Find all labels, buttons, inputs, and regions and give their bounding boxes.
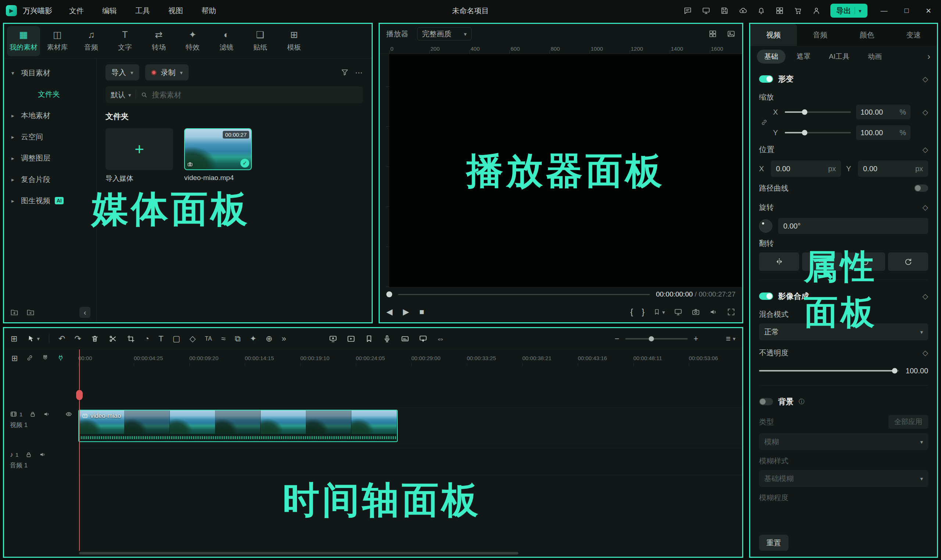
- zoom-in-button[interactable]: +: [694, 335, 698, 343]
- scale-x-slider[interactable]: [785, 111, 851, 113]
- menu-edit[interactable]: 编辑: [94, 0, 125, 21]
- sidebar-item-cloud-space[interactable]: ▸ 云空间: [4, 126, 96, 147]
- stop-button[interactable]: ■: [419, 308, 424, 316]
- subtab-ai-tools[interactable]: AI工具: [822, 49, 857, 63]
- sidebar-item-compound-clip[interactable]: ▸ 复合片段: [4, 169, 96, 190]
- playback-progress-bar[interactable]: [398, 294, 650, 295]
- sidebar-item-image-to-video[interactable]: ▸ 图生视频 AI: [4, 190, 96, 211]
- voiceover-mic-icon[interactable]: [383, 334, 391, 343]
- media-item-video[interactable]: 00:00:27 ✓: [184, 128, 252, 170]
- playhead-handle[interactable]: [76, 390, 83, 400]
- collapse-sidebar-button[interactable]: ‹: [79, 307, 91, 318]
- compositing-toggle[interactable]: [759, 292, 773, 300]
- import-media-tile[interactable]: +: [105, 128, 173, 170]
- track-manager-button[interactable]: ≡ ▾: [726, 335, 736, 343]
- blend-mode-dropdown[interactable]: 正常 ▾: [759, 323, 928, 340]
- rotate-cw-button[interactable]: [888, 252, 928, 271]
- mask-tool-button[interactable]: ▢: [173, 335, 180, 343]
- window-close-button[interactable]: ✕: [922, 7, 935, 15]
- opacity-keyframe-icon[interactable]: ◇: [923, 348, 928, 357]
- import-button[interactable]: 导入 ▾: [105, 64, 139, 80]
- flip-vertical-button[interactable]: [802, 252, 842, 271]
- cloud-upload-icon[interactable]: [738, 6, 747, 15]
- export-button[interactable]: 导出 ▾: [830, 4, 867, 18]
- subtabs-more-icon[interactable]: ›: [927, 51, 930, 62]
- tab-stock-media[interactable]: ◫ 素材库: [41, 26, 74, 56]
- video-track-lane[interactable]: video-miao: [78, 408, 742, 444]
- hide-track-eye-icon[interactable]: [65, 411, 72, 418]
- reset-button[interactable]: 重置: [759, 535, 789, 551]
- preview-render-icon[interactable]: [347, 334, 356, 343]
- tab-video-properties[interactable]: 视频: [750, 24, 797, 46]
- menu-file[interactable]: 文件: [61, 0, 92, 21]
- select-tool-button[interactable]: ▾: [26, 334, 40, 343]
- snap-magnet-icon[interactable]: [42, 354, 49, 362]
- split-scissors-icon[interactable]: [108, 334, 117, 343]
- timeline-clip-video-miao[interactable]: video-miao: [78, 410, 398, 442]
- scale-x-keyframe-icon[interactable]: ◇: [923, 108, 928, 117]
- horizontal-scrollbar[interactable]: [79, 552, 518, 554]
- apps-icon[interactable]: [775, 6, 784, 15]
- fit-timeline-button[interactable]: ⇔: [437, 335, 445, 343]
- audio-denoise-button[interactable]: ≈: [221, 335, 226, 343]
- volume-speaker-icon[interactable]: [709, 308, 718, 316]
- mute-track-icon[interactable]: [43, 411, 50, 418]
- rotation-dial[interactable]: [759, 219, 772, 232]
- undo-button[interactable]: ↶: [59, 335, 65, 343]
- tab-color-properties[interactable]: 颜色: [844, 24, 890, 46]
- flip-horizontal-button[interactable]: [759, 252, 799, 271]
- text-tool-button[interactable]: T: [159, 335, 163, 343]
- lock-track-icon[interactable]: [25, 451, 32, 458]
- more-options-button[interactable]: ⋯: [355, 69, 363, 77]
- tab-effects[interactable]: ✦ 特效: [176, 26, 209, 56]
- filter-funnel-icon[interactable]: [340, 68, 349, 77]
- timeline-zoom-slider[interactable]: [625, 338, 688, 340]
- subtitle-icon[interactable]: [400, 334, 410, 343]
- record-button[interactable]: 录制 ▾: [145, 64, 189, 80]
- background-toggle[interactable]: [759, 398, 773, 405]
- link-clips-icon[interactable]: [26, 354, 34, 362]
- menu-tools[interactable]: 工具: [127, 0, 158, 21]
- sidebar-item-folder[interactable]: 文件夹: [4, 83, 96, 105]
- tab-my-media[interactable]: ▦ 我的素材: [7, 26, 40, 56]
- redo-button[interactable]: ↷: [74, 335, 81, 343]
- rotate-ccw-button[interactable]: [845, 252, 885, 271]
- tab-filters[interactable]: ◐ 滤镜: [210, 26, 243, 56]
- grid-view-icon[interactable]: [708, 29, 717, 38]
- search-input[interactable]: [152, 91, 358, 99]
- auto-ripple-icon[interactable]: [57, 354, 64, 362]
- apply-all-button[interactable]: 全部应用: [889, 415, 928, 429]
- app-logo-icon[interactable]: ▶: [6, 5, 17, 16]
- timeline-ruler[interactable]: 00:00 00:00:04:25 00:00:09:20 00:00:14:1…: [78, 349, 742, 366]
- menu-help[interactable]: 帮助: [193, 0, 224, 21]
- device-icon[interactable]: [702, 6, 710, 15]
- video-preview[interactable]: 播放器面板: [389, 54, 742, 287]
- store-cart-icon[interactable]: [793, 6, 802, 15]
- compound-clip-button[interactable]: ⧉: [235, 335, 241, 343]
- mark-out-button[interactable]: }: [642, 308, 644, 316]
- window-maximize-button[interactable]: □: [901, 7, 912, 15]
- speed-ramp-button[interactable]: ◔: [145, 335, 149, 343]
- mirror-display-icon[interactable]: [674, 308, 682, 316]
- notifications-icon[interactable]: [757, 6, 765, 15]
- snapshot-camera-icon[interactable]: [692, 308, 700, 316]
- export-caret-icon[interactable]: ▾: [859, 8, 862, 14]
- fullscreen-icon[interactable]: [727, 308, 736, 316]
- delete-folder-icon[interactable]: [26, 308, 35, 317]
- feedback-icon[interactable]: [683, 6, 692, 15]
- subtab-animation[interactable]: 动画: [861, 49, 889, 63]
- playback-quality-dropdown[interactable]: 完整画质 ▾: [417, 27, 471, 40]
- sidebar-item-adjustment-layer[interactable]: ▸ 调整图层: [4, 147, 96, 169]
- tab-templates[interactable]: ⊞ 模板: [277, 26, 311, 56]
- scale-y-value-field[interactable]: 100.00 %: [856, 125, 910, 140]
- layout-grid-button[interactable]: ⊞: [11, 335, 17, 343]
- new-folder-icon[interactable]: [10, 308, 19, 317]
- tab-audio-properties[interactable]: 音频: [797, 24, 844, 46]
- crop-icon[interactable]: [126, 334, 135, 343]
- play-button[interactable]: ▶: [403, 308, 409, 316]
- tab-text[interactable]: T 文字: [108, 26, 142, 56]
- tab-stickers[interactable]: ❏ 贴纸: [244, 26, 277, 56]
- tab-transitions[interactable]: ⇄ 转场: [142, 26, 176, 56]
- lock-track-icon[interactable]: [29, 411, 36, 418]
- compositing-keyframe-icon[interactable]: ◇: [923, 292, 928, 301]
